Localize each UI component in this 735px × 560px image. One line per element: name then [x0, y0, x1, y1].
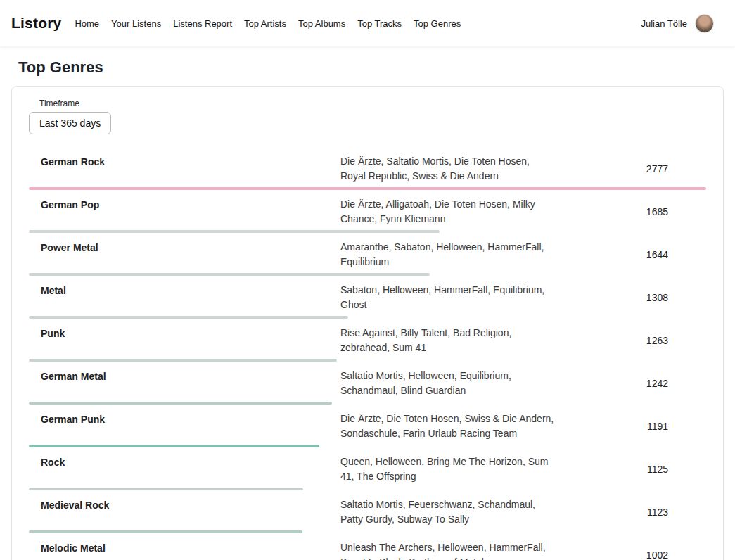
timeframe-select[interactable]: Last 365 days	[29, 112, 111, 134]
nav-links: HomeYour ListensListens ReportTop Artist…	[75, 18, 461, 29]
genre-row-content: German Metal Saltatio Mortis, Helloween,…	[29, 362, 706, 398]
nav-link-listens-report[interactable]: Listens Report	[173, 18, 232, 29]
genre-name: Metal	[29, 283, 340, 298]
genre-artists: Saltatio Mortis, Feuerschwanz, Schandmau…	[340, 497, 555, 527]
genre-count: 1308	[555, 292, 706, 303]
genre-artists: Die Ärzte, Die Toten Hosen, Swiss & Die …	[340, 412, 555, 441]
genre-count: 1685	[555, 206, 706, 217]
genre-count: 1191	[555, 421, 706, 432]
genre-row-content: German Pop Die Ärzte, Alligatoah, Die To…	[29, 190, 706, 227]
user-menu[interactable]: Julian Tölle	[641, 14, 714, 33]
genre-row: Metal Sabaton, Helloween, HammerFall, Eq…	[29, 276, 706, 319]
genre-row-content: Punk Rise Against, Billy Talent, Bad Rel…	[29, 319, 706, 355]
timeframe-label: Timeframe	[39, 98, 706, 108]
genre-count: 1242	[555, 378, 706, 389]
genre-row: German Pop Die Ärzte, Alligatoah, Die To…	[29, 190, 706, 233]
genre-name: Melodic Metal	[29, 540, 340, 555]
nav-link-top-albums[interactable]: Top Albums	[298, 18, 345, 29]
genre-row-content: Melodic Metal Unleash The Archers, Hello…	[29, 533, 706, 560]
genre-row-content: Power Metal Amaranthe, Sabaton, Hellowee…	[29, 233, 706, 269]
genre-name: Punk	[29, 326, 340, 341]
genre-artists: Saltatio Mortis, Helloween, Equilibrium,…	[340, 369, 555, 398]
genre-row-content: German Rock Die Ärzte, Saltatio Mortis, …	[29, 147, 706, 184]
top-genres-card: Timeframe Last 365 days German Rock Die …	[11, 86, 724, 560]
genre-artists: Die Ärzte, Saltatio Mortis, Die Toten Ho…	[340, 154, 555, 184]
genre-row: German Punk Die Ärzte, Die Toten Hosen, …	[29, 405, 706, 447]
nav-link-home[interactable]: Home	[75, 18, 99, 29]
nav-link-your-listens[interactable]: Your Listens	[111, 18, 161, 29]
genre-row: Medieval Rock Saltatio Mortis, Feuerschw…	[29, 490, 706, 533]
genre-count: 1002	[555, 549, 706, 560]
genre-row: Power Metal Amaranthe, Sabaton, Hellowee…	[29, 233, 706, 276]
nav-link-top-artists[interactable]: Top Artists	[244, 18, 286, 29]
genre-row: Rock Queen, Helloween, Bring Me The Hori…	[29, 447, 706, 490]
nav-link-top-tracks[interactable]: Top Tracks	[357, 18, 402, 29]
genre-count: 1123	[555, 507, 706, 518]
page-title: Top Genres	[18, 58, 735, 77]
genre-row-content: Metal Sabaton, Helloween, HammerFall, Eq…	[29, 276, 706, 312]
genre-row: Melodic Metal Unleash The Archers, Hello…	[29, 533, 706, 560]
genre-rows: German Rock Die Ärzte, Saltatio Mortis, …	[29, 147, 706, 560]
genre-artists: Die Ärzte, Alligatoah, Die Toten Hosen, …	[340, 197, 555, 227]
genre-artists: Rise Against, Billy Talent, Bad Religion…	[340, 326, 555, 355]
user-name: Julian Tölle	[641, 18, 687, 29]
genre-row: German Rock Die Ärzte, Saltatio Mortis, …	[29, 147, 706, 190]
genre-name: German Rock	[29, 154, 340, 169]
genre-name: Power Metal	[29, 240, 340, 255]
genre-name: German Pop	[29, 197, 340, 212]
genre-artists: Amaranthe, Sabaton, Helloween, HammerFal…	[340, 240, 555, 269]
genre-count: 1644	[555, 249, 706, 260]
genre-row-content: Medieval Rock Saltatio Mortis, Feuerschw…	[29, 490, 706, 527]
genre-count: 1125	[555, 464, 706, 475]
genre-count: 2777	[555, 163, 706, 174]
genre-artists: Queen, Helloween, Bring Me The Horizon, …	[340, 454, 555, 484]
genre-count: 1263	[555, 335, 706, 346]
top-navbar: Listory HomeYour ListensListens ReportTo…	[0, 0, 735, 46]
genre-row: German Metal Saltatio Mortis, Helloween,…	[29, 362, 706, 405]
nav-link-top-genres[interactable]: Top Genres	[414, 18, 461, 29]
genre-name: Rock	[29, 454, 340, 469]
genre-row-content: Rock Queen, Helloween, Bring Me The Hori…	[29, 447, 706, 484]
genre-name: German Punk	[29, 412, 340, 426]
genre-name: German Metal	[29, 369, 340, 383]
genre-row: Punk Rise Against, Billy Talent, Bad Rel…	[29, 319, 706, 362]
genre-artists: Unleash The Archers, Helloween, HammerFa…	[340, 540, 555, 560]
brand-logo[interactable]: Listory	[11, 15, 61, 32]
user-avatar[interactable]	[695, 14, 714, 33]
genre-artists: Sabaton, Helloween, HammerFall, Equilibr…	[340, 283, 555, 312]
genre-name: Medieval Rock	[29, 497, 340, 512]
genre-row-content: German Punk Die Ärzte, Die Toten Hosen, …	[29, 405, 706, 441]
